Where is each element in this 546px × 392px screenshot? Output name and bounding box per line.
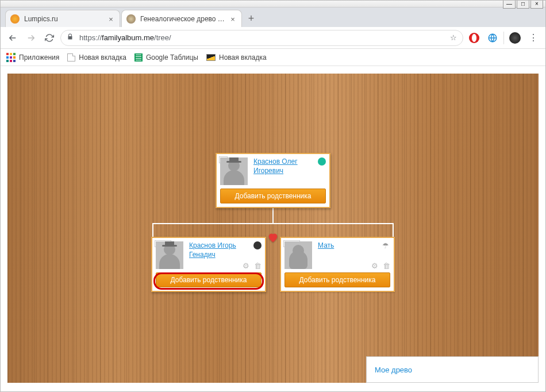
bookmark-label: Новая вкладка [79,53,126,62]
globe-extension-icon[interactable] [485,30,500,45]
browser-tab[interactable]: Генеалогическое древо — Сем… × [121,10,242,27]
tab-favicon [126,14,136,24]
profile-avatar[interactable] [507,30,522,45]
window-titlebar: — □ × [1,1,545,7]
tree-connector [152,223,394,237]
my-tree-link[interactable]: Мое древо [375,366,412,374]
apps-button[interactable]: Приложения [6,53,59,62]
back-button[interactable] [5,30,20,45]
bookmark-label: Новая вкладка [219,53,267,62]
heart-icon [267,231,279,244]
avatar-placeholder [156,241,183,269]
apps-label: Приложения [19,53,59,62]
avatar-placeholder [220,157,248,185]
person-name-link[interactable]: Краснов Олег Игоревич [253,157,326,175]
tree-connector [272,208,274,223]
window-close-button[interactable]: × [530,0,543,9]
browser-menu-button[interactable]: ⋮ [526,32,541,43]
tree-card-me[interactable]: Я Краснов Олег Игоревич Добавить родстве… [216,153,330,208]
bottom-panel[interactable]: Мое древо [366,356,539,383]
tab-close-icon[interactable]: × [229,15,237,23]
person-name-link[interactable]: Мать [318,241,390,251]
opera-extension-icon[interactable] [467,30,482,45]
tree-card-father[interactable]: Отец Краснов Игорь Генадич ⚙ 🗑 Добавить … [151,237,266,292]
status-dot-icon [318,157,326,166]
avatar-placeholder [284,241,312,269]
address-bar[interactable]: https://familyalbum.me/tree/ ☆ [60,30,463,46]
gear-icon[interactable]: ⚙ [243,262,249,270]
status-dot-icon [253,241,262,249]
browser-tab[interactable]: Lumpics.ru × [5,10,120,27]
page-icon [67,53,75,62]
tab-favicon [10,14,20,24]
tab-title: Lumpics.ru [24,15,107,23]
bookmark-star-icon[interactable]: ☆ [450,33,457,42]
bookmark-item[interactable]: Новая вкладка [67,53,126,62]
window-maximize-button[interactable]: □ [517,0,529,9]
trash-icon[interactable]: 🗑 [383,262,390,270]
add-relative-button[interactable]: Добавить родственника [156,272,262,287]
person-name-link[interactable]: Краснов Игорь Генадич [189,241,262,259]
add-relative-button[interactable]: Добавить родственника [284,272,390,287]
bookmark-item[interactable]: Новая вкладка [206,53,267,62]
tab-title: Генеалогическое древо — Сем… [140,15,229,23]
tree-card-mother[interactable]: Мать ☂ Мать ⚙ 🗑 Добавить родственника [280,237,395,292]
url-protocol: https:// [79,33,102,42]
new-tab-button[interactable]: + [243,11,259,27]
lock-icon [67,33,75,42]
tab-close-icon[interactable]: × [107,15,115,23]
url-path: /tree/ [154,33,171,42]
browser-tabs: Lumpics.ru × Генеалогическое древо — Сем… [1,7,545,27]
gear-icon[interactable]: ⚙ [371,262,378,270]
add-relative-button[interactable]: Добавить родственника [220,189,326,203]
umbrella-icon: ☂ [382,241,390,249]
url-host: familyalbum.me [102,33,154,42]
page-content: Я Краснов Олег Игоревич Добавить родстве… [7,74,539,383]
family-tree: Я Краснов Олег Игоревич Добавить родстве… [7,153,539,292]
apps-grid-icon [6,53,16,62]
reload-button[interactable] [42,30,57,45]
bookmark-label: Google Таблицы [146,53,198,62]
sheets-icon [134,53,143,62]
forward-button [24,30,39,45]
bookmarks-bar: Приложения Новая вкладка Google Таблицы … [1,49,545,66]
picture-icon [206,54,216,61]
trash-icon[interactable]: 🗑 [254,262,262,270]
bookmark-item[interactable]: Google Таблицы [134,53,198,62]
window-minimize-button[interactable]: — [503,0,516,9]
toolbar: https://familyalbum.me/tree/ ☆ ⋮ [1,27,545,49]
